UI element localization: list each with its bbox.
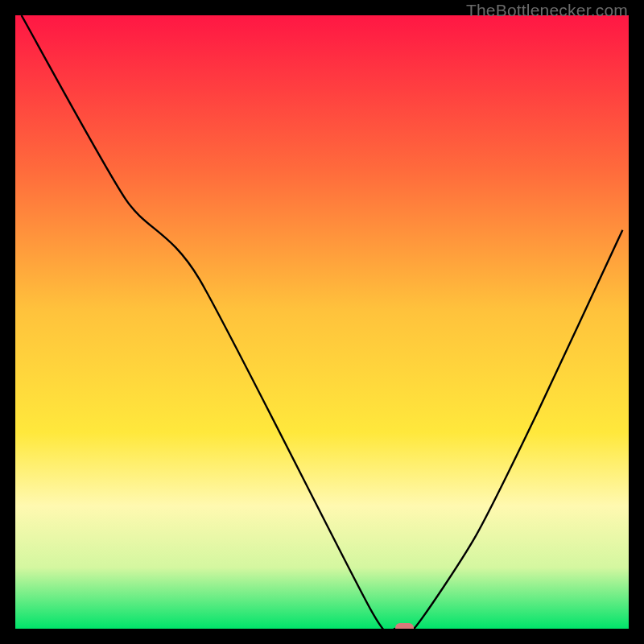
source-label: TheBottlenecker.com bbox=[466, 1, 628, 20]
bottleneck-curve bbox=[15, 15, 629, 629]
chart-frame: TheBottlenecker.com bbox=[0, 0, 644, 644]
plot-area bbox=[15, 15, 629, 629]
optimal-marker bbox=[395, 623, 414, 629]
